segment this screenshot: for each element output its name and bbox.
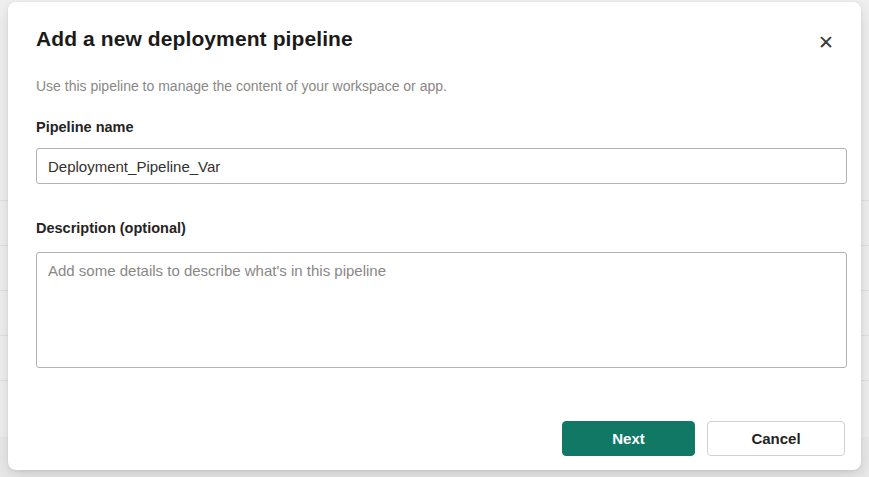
close-button[interactable]: ✕: [808, 24, 844, 60]
dialog-title: Add a new deployment pipeline: [36, 27, 353, 51]
close-icon: ✕: [818, 33, 834, 52]
pipeline-name-label: Pipeline name: [36, 119, 134, 135]
dialog-subtitle: Use this pipeline to manage the content …: [36, 78, 447, 94]
description-textarea[interactable]: [36, 252, 847, 368]
cancel-button[interactable]: Cancel: [707, 421, 845, 456]
add-deployment-pipeline-dialog: Add a new deployment pipeline ✕ Use this…: [8, 2, 861, 470]
description-label: Description (optional): [36, 220, 186, 236]
pipeline-name-input[interactable]: [36, 148, 847, 184]
next-button[interactable]: Next: [562, 421, 695, 456]
